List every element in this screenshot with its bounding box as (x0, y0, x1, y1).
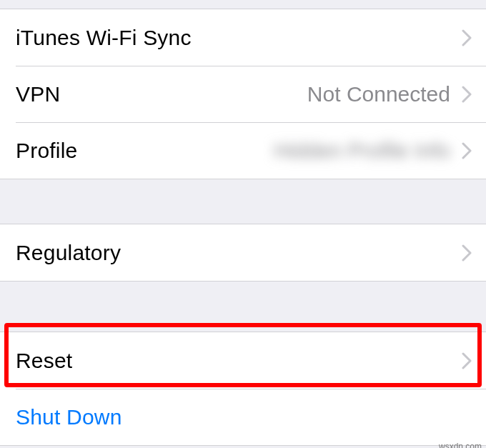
section-gap (0, 179, 486, 224)
row-label: VPN (16, 82, 307, 106)
section-gap (0, 282, 486, 332)
row-shut-down[interactable]: Shut Down (0, 389, 486, 445)
watermark-text: wsxdn.com (439, 442, 482, 448)
row-reset[interactable]: Reset (0, 332, 486, 389)
row-label: iTunes Wi-Fi Sync (16, 26, 457, 50)
settings-group-3: Reset Shut Down (0, 332, 486, 446)
row-regulatory[interactable]: Regulatory (0, 224, 486, 281)
row-vpn[interactable]: VPN Not Connected (0, 66, 486, 122)
chevron-right-icon (462, 352, 472, 369)
row-itunes-wifi-sync[interactable]: iTunes Wi-Fi Sync (0, 9, 486, 66)
chevron-right-icon (462, 29, 472, 46)
row-label: Shut Down (16, 405, 472, 429)
row-label: Profile (16, 139, 274, 163)
row-detail: Not Connected (307, 82, 450, 106)
row-label: Reset (16, 349, 457, 373)
row-profile[interactable]: Profile Hidden Profile Info (0, 122, 486, 179)
section-gap-top (0, 0, 486, 9)
settings-group-1: iTunes Wi-Fi Sync VPN Not Connected Prof… (0, 9, 486, 179)
row-detail-blurred: Hidden Profile Info (274, 139, 450, 163)
row-label: Regulatory (16, 241, 457, 265)
settings-group-2: Regulatory (0, 224, 486, 282)
chevron-right-icon (462, 142, 472, 159)
chevron-right-icon (462, 86, 472, 103)
chevron-right-icon (462, 244, 472, 262)
